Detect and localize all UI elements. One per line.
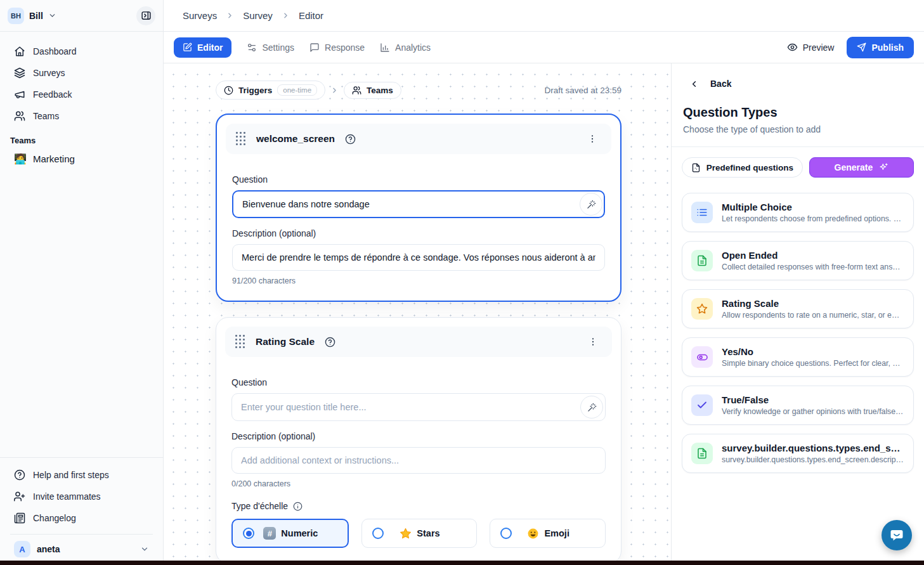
ai-rewrite-button[interactable] <box>580 396 603 419</box>
teams-label: Teams <box>367 86 393 95</box>
sidebar-nav: Dashboard Surveys Feedback Teams Teams 🧑… <box>0 32 163 170</box>
eye-icon <box>787 42 798 53</box>
file-icon <box>691 163 701 172</box>
megaphone-icon <box>14 89 25 100</box>
triggers-label: Triggers <box>238 86 272 95</box>
tab-label: Analytics <box>395 42 431 53</box>
ellipsis-menu-icon[interactable] <box>584 335 602 348</box>
breadcrumb-item-surveys[interactable]: Surveys <box>183 10 217 21</box>
ellipsis-menu-icon[interactable] <box>583 133 601 145</box>
breadcrumb-item-survey[interactable]: Survey <box>243 10 273 21</box>
sidebar-team-marketing[interactable]: 🧑‍💻 Marketing <box>10 148 153 170</box>
sidebar-item-surveys[interactable]: Surveys <box>10 62 153 84</box>
workspace-name: Bill <box>29 11 43 21</box>
type-card-end-screen[interactable]: survey.builder.questions.types.end_scr..… <box>682 434 914 473</box>
sidebar: BH Bill Dashboard Surveys Feedback <box>0 0 164 565</box>
sidebar-item-label: Dashboard <box>33 46 77 56</box>
sparkles-icon <box>878 162 888 172</box>
generate-label: Generate <box>835 162 873 172</box>
back-button[interactable]: Back <box>682 79 914 89</box>
account-avatar: A <box>14 541 30 557</box>
type-description: Collect detailed responses with free-for… <box>722 263 904 271</box>
breadcrumb: Surveys Survey Editor <box>164 0 924 32</box>
breadcrumb-item-editor[interactable]: Editor <box>299 10 323 21</box>
chevron-right-icon <box>330 86 339 94</box>
sidebar-item-label: Changelog <box>33 513 76 523</box>
account-name: aneta <box>37 544 60 554</box>
type-card-yes-no[interactable]: Yes/No Simple binary choice questions. P… <box>682 337 914 377</box>
file-text-icon <box>696 255 708 266</box>
sidebar-item-teams[interactable]: Teams <box>10 105 153 127</box>
sidebar-item-changelog[interactable]: Changelog <box>10 507 153 529</box>
chat-bubble-icon <box>889 528 904 543</box>
newspaper-icon <box>14 512 25 524</box>
type-card-true-false[interactable]: True/False Verify knowledge or gather op… <box>682 386 914 425</box>
type-card-open-ended[interactable]: Open Ended Collect detailed responses wi… <box>682 241 914 280</box>
tab-analytics[interactable]: Analytics <box>380 42 431 53</box>
tab-response[interactable]: Response <box>309 42 365 53</box>
scale-option-emoji[interactable]: Emoji <box>490 519 606 548</box>
generate-button[interactable]: Generate <box>809 157 914 178</box>
tab-editor[interactable]: Editor <box>174 37 231 58</box>
preview-button[interactable]: Preview <box>787 42 835 53</box>
technologist-emoji-icon: 🧑‍💻 <box>14 153 27 165</box>
drag-handle-icon[interactable] <box>235 335 245 349</box>
back-label: Back <box>710 79 731 89</box>
help-circle-icon[interactable] <box>325 337 335 347</box>
question-card-rating-scale[interactable]: Rating Scale Question <box>216 317 621 564</box>
publish-label: Publish <box>871 42 904 53</box>
sidebar-item-dashboard[interactable]: Dashboard <box>10 41 153 62</box>
triggers-pill[interactable]: Triggers one-time <box>216 81 325 100</box>
chevron-down-icon <box>48 11 56 20</box>
type-card-multiple-choice[interactable]: Multiple Choice Let respondents choose f… <box>682 193 914 232</box>
question-card-header: welcome_screen <box>226 124 611 154</box>
type-card-rating-scale[interactable]: Rating Scale Allow respondents to rate o… <box>682 289 914 328</box>
type-description: Verify knowledge or gather opinions with… <box>722 407 904 416</box>
scale-option-stars[interactable]: Stars <box>361 519 478 548</box>
layers-icon <box>14 67 25 79</box>
question-card-welcome-screen[interactable]: welcome_screen Question <box>216 114 621 302</box>
list-icon <box>696 207 708 218</box>
check-icon <box>696 399 708 411</box>
chevron-left-icon <box>689 79 699 89</box>
tab-settings[interactable]: Settings <box>247 42 294 53</box>
users-icon <box>352 86 361 95</box>
star-icon <box>696 303 708 315</box>
chevron-right-icon <box>282 11 290 20</box>
radio-numeric[interactable] <box>243 528 254 539</box>
scale-option-label: Numeric <box>281 528 318 538</box>
question-field-label: Question <box>232 174 605 185</box>
info-icon <box>293 502 303 511</box>
sidebar-item-help[interactable]: Help and first steps <box>10 464 153 486</box>
star-emoji-icon <box>400 528 412 540</box>
drag-handle-icon[interactable] <box>236 132 246 146</box>
radio-emoji[interactable] <box>500 528 512 539</box>
users-icon <box>14 110 25 122</box>
help-circle-icon[interactable] <box>345 134 356 145</box>
predefined-questions-button[interactable]: Predefined questions <box>682 157 803 178</box>
tab-label: Response <box>325 42 365 53</box>
workspace-switcher[interactable]: BH Bill <box>0 0 163 32</box>
question-title-input[interactable] <box>232 190 605 218</box>
question-description-input[interactable] <box>231 447 606 474</box>
question-title-input[interactable] <box>231 393 606 421</box>
draft-status: Draft saved at 23:59 <box>544 86 621 95</box>
teams-pill[interactable]: Teams <box>344 82 401 99</box>
type-title: survey.builder.questions.types.end_scr..… <box>722 443 904 453</box>
publish-button[interactable]: Publish <box>847 37 914 58</box>
sidebar-collapse-button[interactable] <box>136 6 155 25</box>
scale-option-numeric[interactable]: # Numeric <box>231 519 349 548</box>
radio-stars[interactable] <box>372 528 384 539</box>
sidebar-item-feedback[interactable]: Feedback <box>10 84 153 105</box>
main-column: Surveys Survey Editor Editor Settings Re… <box>164 0 924 565</box>
sidebar-item-label: Surveys <box>33 68 65 78</box>
sidebar-item-invite[interactable]: Invite teammates <box>10 486 153 507</box>
description-field-label: Description (optional) <box>231 431 606 441</box>
settings-icon <box>247 42 257 53</box>
clock-icon <box>224 86 233 95</box>
scale-type-label-row: Type d'échelle <box>231 501 606 511</box>
question-description-input[interactable] <box>232 244 605 271</box>
file-text-icon <box>696 448 708 459</box>
ai-rewrite-button[interactable] <box>580 193 602 216</box>
chat-launcher-button[interactable] <box>882 520 912 550</box>
